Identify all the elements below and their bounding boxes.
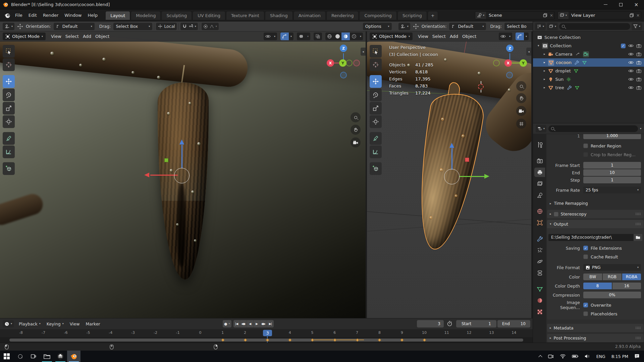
snap-toggle-group[interactable]: ▾ (180, 23, 198, 30)
pan-button-2[interactable] (516, 93, 526, 103)
scene-collection-label[interactable]: Scene Collection (544, 35, 581, 40)
depth-8-button[interactable]: 8 (583, 283, 612, 289)
xray-toggle[interactable] (314, 33, 322, 40)
tab-rendering[interactable]: Rendering (326, 11, 359, 20)
axis-y[interactable]: Y (339, 59, 346, 67)
disable-render-camera-icon[interactable] (636, 86, 641, 90)
disable-render-camera-icon[interactable] (636, 77, 641, 81)
gizmo-x-arrow[interactable] (144, 173, 149, 177)
tab-sculpting[interactable]: Sculpting (161, 11, 192, 20)
active-tool-button-2[interactable]: ▾ (398, 23, 410, 30)
properties-tab-tool[interactable] (534, 140, 545, 149)
timeline-menu-playback[interactable]: Playback▾ (16, 320, 44, 327)
axis-x-2[interactable]: X (504, 59, 512, 67)
gizmo2-z-arrow[interactable] (449, 143, 454, 148)
hide-eye-icon[interactable] (628, 86, 634, 89)
tool-add-cube-button[interactable] (3, 162, 15, 175)
navigation-gizmo[interactable]: Z X Y (325, 43, 362, 80)
properties-tab-data[interactable] (534, 284, 545, 294)
viewport-menu-view[interactable]: View (416, 33, 430, 40)
properties-tab-object[interactable] (534, 218, 545, 227)
axis-minus-z-2[interactable] (506, 72, 513, 78)
meet-now-button[interactable] (545, 351, 556, 362)
tool-move-button[interactable] (370, 75, 382, 88)
orientation-dropdown[interactable]: Default ▾ (54, 23, 95, 30)
post-processing-expand[interactable]: ▸ (550, 337, 551, 340)
viewport-secondary[interactable]: Object Mode ▾ ViewSelectAddObject ▾ ▾ Us… (367, 32, 531, 318)
expand-icon[interactable]: ▸ (544, 86, 545, 89)
properties-tab-view-layer[interactable] (534, 179, 545, 188)
properties-search[interactable] (548, 125, 638, 132)
tool-scale-button[interactable] (3, 102, 15, 115)
mode-dropdown-2[interactable]: Object Mode ▾ (370, 33, 413, 40)
file-extensions-checkbox[interactable]: ✓ (583, 246, 588, 250)
current-frame-indicator[interactable]: 3 (263, 330, 272, 336)
open-folder-button[interactable] (634, 234, 642, 241)
gizmos-toggle-group-2[interactable]: ▾ (516, 33, 529, 40)
menu-render[interactable]: Render (40, 12, 61, 19)
tool-measure-button[interactable] (3, 145, 15, 158)
tab-modeling[interactable]: Modeling (131, 11, 161, 20)
viewport-menu-object[interactable]: Object (93, 33, 111, 40)
tab-compositing[interactable]: Compositing (359, 11, 397, 20)
show-overlays-button[interactable] (297, 33, 306, 40)
tab-texture-paint[interactable]: Texture Paint (226, 11, 264, 20)
panel-grip[interactable] (635, 326, 641, 329)
outliner-row-droplet[interactable]: ▸ droplet (533, 67, 644, 75)
shading-wireframe-button[interactable] (325, 33, 334, 40)
frame-step-field[interactable]: 1 (583, 177, 641, 183)
object-name[interactable]: tree (555, 85, 564, 90)
expand-icon[interactable]: ▾ (538, 44, 539, 47)
properties-tab-scene[interactable] (534, 190, 545, 200)
stopwatch-icon[interactable] (447, 321, 452, 326)
color-rgb-button[interactable]: RGB (603, 274, 622, 280)
stereoscopy-expand[interactable]: ▸ (550, 213, 551, 216)
file-explorer-button[interactable] (40, 351, 54, 362)
metadata-expand[interactable]: ▸ (550, 326, 551, 329)
hide-eye-icon[interactable] (628, 52, 634, 56)
post-processing-panel-header[interactable]: ▸ Post Processing (547, 334, 644, 342)
properties-filter-caret[interactable]: ▾ (640, 127, 641, 130)
previous-keyframe-button[interactable]: ◀◆ (240, 320, 247, 327)
disable-render-camera-icon[interactable] (636, 69, 641, 73)
menu-file[interactable]: File (12, 12, 25, 19)
tool-rotate-button[interactable] (370, 88, 382, 101)
blender-taskbar-button[interactable] (67, 351, 80, 362)
outliner-search[interactable] (559, 23, 630, 30)
axis-x[interactable]: X (327, 59, 334, 67)
panel-grip[interactable] (635, 337, 641, 340)
tab-shading[interactable]: Shading (265, 11, 293, 20)
gizmos-caret-2[interactable]: ▾ (524, 33, 529, 40)
gizmo-y-handle[interactable] (164, 158, 168, 162)
scene-selector[interactable]: ▾ Scene × (475, 11, 555, 19)
menu-edit[interactable]: Edit (25, 12, 40, 19)
expand-icon[interactable]: ▸ (544, 53, 545, 56)
properties-tab-particles[interactable] (534, 245, 545, 255)
remove-view-layer-button[interactable]: × (635, 13, 641, 18)
object-name[interactable]: Camera (555, 52, 573, 57)
editor-type-dropdown[interactable]: ▾ (535, 23, 546, 30)
pan-button[interactable] (351, 125, 361, 135)
editor-type-dropdown[interactable]: ▾ (3, 320, 14, 327)
gizmo2-x-handle[interactable] (465, 158, 469, 162)
output-path-field[interactable]: E:\Selling 3d\cocoon\cgtrader\ (548, 234, 634, 241)
properties-tab-constraints[interactable] (534, 268, 545, 278)
visibility-caret-2[interactable]: ▾ (507, 33, 512, 40)
axis-minus-z[interactable] (340, 72, 347, 78)
collection-label[interactable]: Collection (550, 43, 572, 48)
start-button[interactable] (0, 351, 13, 362)
time-remapping-expand[interactable]: ▸ (550, 202, 551, 205)
file-format-dropdown[interactable]: PNG ▾ (583, 264, 641, 271)
color-bw-button[interactable]: BW (583, 274, 602, 280)
viewport-menu-add[interactable]: Add (81, 33, 93, 40)
visibility-eye-icon-2[interactable] (499, 33, 507, 40)
gizmo-z-axis[interactable] (181, 145, 182, 168)
object-name[interactable]: cocoon (556, 60, 572, 65)
clipped-value-field[interactable]: 1.000 (583, 134, 641, 139)
expand-icon[interactable]: ▸ (544, 61, 545, 64)
crop-render-region-checkbox[interactable] (583, 152, 588, 157)
show-gizmos-button[interactable] (280, 33, 289, 40)
frame-end-field[interactable]: 10 (583, 169, 641, 176)
disable-render-camera-icon[interactable] (636, 52, 641, 56)
outliner-row-tree[interactable]: ▸ tree (533, 83, 644, 92)
